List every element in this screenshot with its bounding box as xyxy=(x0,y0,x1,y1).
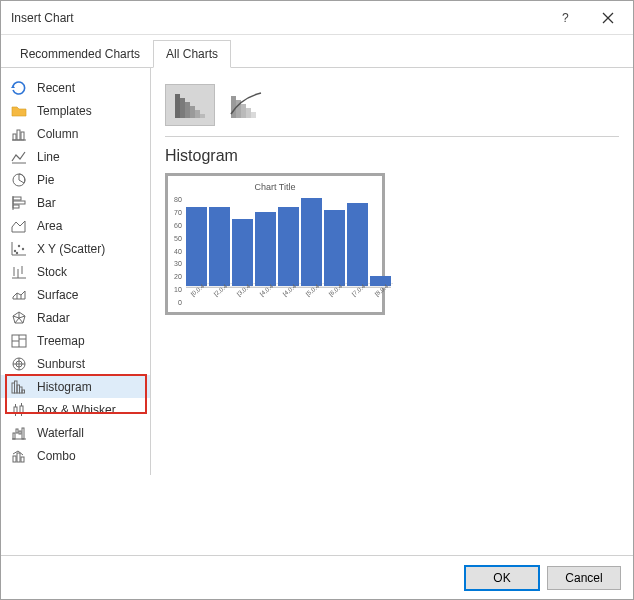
svg-rect-58 xyxy=(21,457,24,462)
chart-bar xyxy=(347,203,368,287)
svg-rect-11 xyxy=(13,201,25,204)
chart-type-heading: Histogram xyxy=(165,147,619,165)
svg-point-17 xyxy=(16,251,18,253)
subtype-pareto[interactable] xyxy=(221,84,271,126)
x-axis: [0,0.4…[2,0.4…[3,0.4…[4,0.4…[4,0.4…[5,0.… xyxy=(186,288,391,306)
sidebar-item-bar[interactable]: Bar xyxy=(1,191,150,214)
close-button[interactable] xyxy=(587,4,629,32)
sidebar-item-label: Histogram xyxy=(37,380,92,394)
chart-preview[interactable]: Chart Title 80706050403020100 [0,0.4…[2,… xyxy=(165,173,385,315)
waterfall-chart-icon xyxy=(11,425,27,441)
sidebar-item-histogram[interactable]: Histogram xyxy=(1,375,150,398)
sidebar-item-area[interactable]: Area xyxy=(1,214,150,237)
sidebar-item-recent[interactable]: Recent xyxy=(1,76,150,99)
sidebar-item-label: Sunburst xyxy=(37,357,85,371)
svg-point-14 xyxy=(14,249,16,251)
titlebar: Insert Chart ? xyxy=(1,1,633,35)
dialog-body: Recent Templates Column Line Pie xyxy=(1,68,633,555)
svg-line-30 xyxy=(15,318,19,323)
sidebar-item-waterfall[interactable]: Waterfall xyxy=(1,421,150,444)
cancel-button[interactable]: Cancel xyxy=(547,566,621,590)
svg-text:?: ? xyxy=(562,12,569,24)
sidebar-item-line[interactable]: Line xyxy=(1,145,150,168)
svg-rect-67 xyxy=(241,104,246,118)
tab-all-charts[interactable]: All Charts xyxy=(153,40,231,68)
box-whisker-icon xyxy=(11,402,27,418)
chart-bar xyxy=(209,207,230,287)
line-chart-icon xyxy=(11,149,27,165)
sidebar-item-label: Pie xyxy=(37,173,54,187)
preview-chart-title: Chart Title xyxy=(174,182,376,192)
sidebar-item-label: Bar xyxy=(37,196,56,210)
sidebar-item-label: Combo xyxy=(37,449,76,463)
sidebar-item-sunburst[interactable]: Sunburst xyxy=(1,352,150,375)
treemap-chart-icon xyxy=(11,333,27,349)
sidebar-item-label: X Y (Scatter) xyxy=(37,242,105,256)
sidebar-item-surface[interactable]: Surface xyxy=(1,283,150,306)
svg-rect-48 xyxy=(20,406,23,413)
svg-rect-5 xyxy=(17,130,20,140)
main-panel: Histogram Chart Title 80706050403020100 … xyxy=(151,68,633,555)
sidebar-item-label: Line xyxy=(37,150,60,164)
sidebar-item-column[interactable]: Column xyxy=(1,122,150,145)
svg-marker-3 xyxy=(11,85,15,88)
sidebar-item-label: Box & Whisker xyxy=(37,403,116,417)
svg-rect-53 xyxy=(19,431,21,434)
svg-rect-10 xyxy=(13,197,21,200)
svg-rect-51 xyxy=(13,433,15,439)
svg-point-16 xyxy=(22,247,24,249)
bars-region xyxy=(186,196,391,288)
help-button[interactable]: ? xyxy=(545,4,587,32)
sidebar-item-templates[interactable]: Templates xyxy=(1,99,150,122)
svg-rect-6 xyxy=(21,132,24,140)
folder-icon xyxy=(11,103,27,119)
sidebar-item-combo[interactable]: Combo xyxy=(1,444,150,467)
chart-subtype-row xyxy=(165,78,619,137)
svg-rect-61 xyxy=(185,102,190,118)
recent-icon xyxy=(11,80,27,96)
svg-point-15 xyxy=(18,244,20,246)
close-icon xyxy=(602,12,614,24)
svg-rect-59 xyxy=(175,94,180,118)
sidebar-item-label: Waterfall xyxy=(37,426,84,440)
insert-chart-dialog: Insert Chart ? Recommended Charts All Ch… xyxy=(0,0,634,600)
sidebar-item-box-whisker[interactable]: Box & Whisker xyxy=(1,398,150,421)
svg-rect-44 xyxy=(22,390,25,393)
preview-chart-area: 80706050403020100 [0,0.4…[2,0.4…[3,0.4…[… xyxy=(174,196,376,306)
histogram-subtype-icon xyxy=(173,90,207,120)
svg-rect-60 xyxy=(180,98,185,118)
chart-type-sidebar: Recent Templates Column Line Pie xyxy=(1,68,151,475)
area-chart-icon xyxy=(11,218,27,234)
sunburst-chart-icon xyxy=(11,356,27,372)
radar-chart-icon xyxy=(11,310,27,326)
dialog-title: Insert Chart xyxy=(11,11,545,25)
sidebar-item-pie[interactable]: Pie xyxy=(1,168,150,191)
svg-rect-54 xyxy=(22,428,24,439)
svg-rect-57 xyxy=(17,453,20,462)
subtype-histogram[interactable] xyxy=(165,84,215,126)
pareto-subtype-icon xyxy=(229,90,263,120)
chart-bar xyxy=(186,207,207,287)
ok-button[interactable]: OK xyxy=(465,566,539,590)
sidebar-item-stock[interactable]: Stock xyxy=(1,260,150,283)
chart-bar xyxy=(278,207,299,287)
help-icon: ? xyxy=(560,12,572,24)
svg-rect-52 xyxy=(16,429,18,433)
svg-rect-4 xyxy=(13,134,16,140)
tab-recommended[interactable]: Recommended Charts xyxy=(7,40,153,68)
svg-rect-56 xyxy=(13,456,16,462)
chart-bar xyxy=(301,198,322,287)
sidebar-item-treemap[interactable]: Treemap xyxy=(1,329,150,352)
svg-rect-63 xyxy=(195,110,200,118)
pie-chart-icon xyxy=(11,172,27,188)
svg-rect-12 xyxy=(13,205,19,208)
chart-bar xyxy=(324,210,345,287)
svg-rect-69 xyxy=(251,112,256,118)
svg-rect-64 xyxy=(200,114,205,118)
sidebar-item-scatter[interactable]: X Y (Scatter) xyxy=(1,237,150,260)
svg-rect-45 xyxy=(14,407,17,413)
sidebar-item-radar[interactable]: Radar xyxy=(1,306,150,329)
sidebar-item-label: Stock xyxy=(37,265,67,279)
svg-rect-68 xyxy=(246,108,251,118)
sidebar-item-label: Templates xyxy=(37,104,92,118)
